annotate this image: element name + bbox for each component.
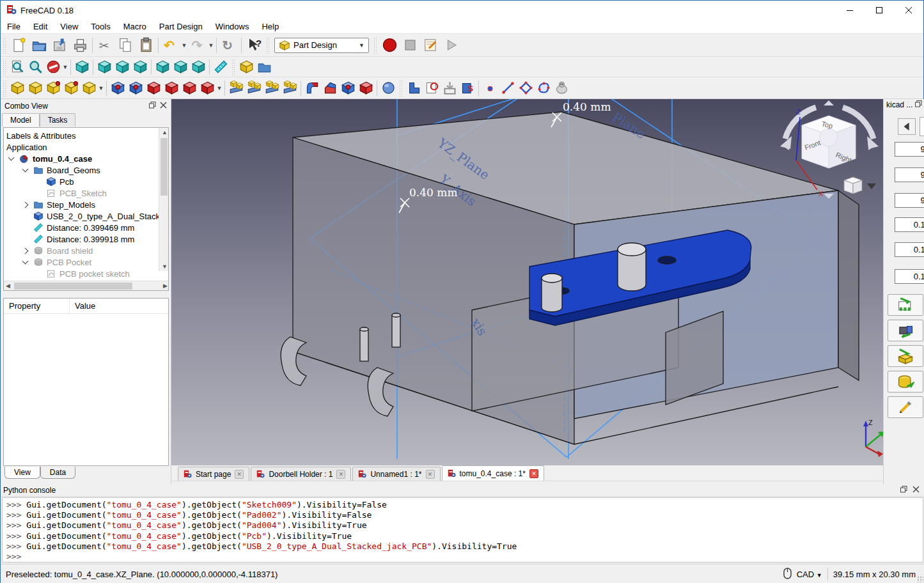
mouse-mode-selector[interactable]: CAD ▼ — [797, 570, 822, 579]
bottom-view-button[interactable] — [171, 58, 189, 76]
cut-button[interactable]: ✂ — [95, 35, 115, 56]
menu-part-design[interactable]: Part Design — [153, 20, 209, 33]
document-tab[interactable]: Doorbell Holder : 1✕ — [251, 467, 351, 481]
menu-file[interactable]: File — [1, 20, 27, 33]
leave-sketch-button[interactable] — [441, 79, 458, 97]
back-button[interactable] — [898, 118, 916, 135]
carbon-copy-button[interactable] — [552, 79, 570, 97]
left-view-button[interactable] — [189, 58, 207, 76]
dropdown-arrow-icon[interactable]: ▼ — [208, 42, 214, 49]
menu-edit[interactable]: Edit — [27, 20, 54, 33]
mirrored-button[interactable] — [227, 79, 245, 97]
print-button[interactable] — [70, 35, 90, 56]
new-document-button[interactable] — [8, 35, 29, 56]
paste-button[interactable] — [136, 35, 156, 56]
close-panel-icon[interactable] — [160, 102, 167, 111]
tree-item[interactable]: Pcb — [6, 176, 168, 187]
menu-help[interactable]: Help — [255, 20, 285, 33]
resize-grip[interactable] — [917, 576, 923, 582]
groove-button[interactable] — [145, 79, 162, 97]
validate-sketch-button[interactable]: S — [458, 79, 476, 97]
maximize-button[interactable] — [865, 1, 894, 20]
create-sketch-button[interactable] — [405, 79, 423, 97]
copy-button[interactable] — [115, 35, 136, 56]
value-spinbox[interactable]: 0.10 — [895, 242, 924, 257]
toolbar-grip[interactable] — [373, 37, 377, 54]
tree-item[interactable]: PCB pocket sketch — [6, 268, 168, 279]
toolbar-grip[interactable] — [231, 59, 235, 75]
tree-vertical-scrollbar[interactable]: ▲ ▼ — [159, 128, 168, 271]
create-body-button[interactable] — [237, 58, 255, 76]
tab-close-icon[interactable]: ✕ — [235, 470, 244, 479]
chamfer-button[interactable] — [321, 79, 339, 97]
python-console-input[interactable]: >>> Gui.getDocument("tomu_0_4_case").get… — [2, 497, 923, 563]
dropdown-arrow-icon[interactable]: ▼ — [98, 85, 104, 91]
additive-loft-button[interactable] — [44, 79, 62, 97]
menu-tools[interactable]: Tools — [84, 20, 116, 33]
tree-item[interactable]: Application — [6, 141, 168, 153]
tree-item[interactable]: Distance: 0.399918 mm — [6, 233, 168, 245]
measure-distance-button[interactable] — [212, 58, 230, 76]
close-button[interactable] — [894, 1, 923, 20]
menu-windows[interactable]: Windows — [209, 20, 256, 33]
combo-dropdown-icon[interactable]: ▼ — [359, 42, 364, 49]
float-panel-icon[interactable] — [900, 486, 907, 495]
right-view-button[interactable] — [131, 58, 149, 76]
toolbar-grip[interactable] — [399, 80, 403, 97]
additive-pipe-button[interactable] — [62, 79, 80, 97]
refresh-button[interactable]: ↻ — [219, 35, 239, 56]
load-3d-model-button[interactable] — [888, 320, 923, 341]
toolbar-grip[interactable] — [3, 59, 6, 75]
subtractive-pipe-button[interactable] — [180, 79, 198, 97]
tree-item[interactable]: USB_2_0_type_A_Dual_Stacked_jac — [6, 210, 168, 222]
tree-item[interactable]: PCB_Sketch — [6, 187, 168, 199]
edit-sketch-button[interactable] — [423, 79, 441, 97]
fillet-button[interactable] — [303, 79, 321, 97]
close-panel-icon[interactable] — [912, 486, 920, 495]
open-button[interactable] — [29, 35, 49, 56]
document-tab[interactable]: Start page✕ — [178, 467, 249, 481]
additive-primitive-button[interactable] — [80, 79, 98, 97]
fit-all-button[interactable] — [8, 58, 26, 76]
top-view-button[interactable] — [113, 58, 131, 76]
macro-play-button[interactable] — [441, 35, 461, 56]
expander-right-icon[interactable] — [22, 201, 29, 208]
multi-transform-button[interactable] — [281, 79, 299, 97]
boolean-operation-button[interactable] — [379, 79, 397, 97]
draw-style-button[interactable] — [44, 58, 62, 76]
expander-down-icon[interactable] — [22, 258, 29, 265]
tab-close-icon[interactable]: ✕ — [426, 470, 435, 479]
save-button[interactable] — [49, 35, 70, 56]
toolbar-grip[interactable] — [3, 80, 6, 97]
tab-view[interactable]: View — [4, 467, 40, 479]
float-panel-icon[interactable] — [149, 102, 156, 111]
create-point-button[interactable] — [481, 79, 499, 97]
create-group-button[interactable] — [255, 58, 273, 76]
linear-pattern-button[interactable] — [245, 79, 263, 97]
tab-data[interactable]: Data — [40, 467, 75, 479]
undo-button[interactable]: ↶ — [161, 35, 181, 56]
tab-close-icon[interactable]: ✕ — [529, 469, 538, 478]
push-pcb-button[interactable] — [888, 294, 923, 316]
value-spinbox[interactable]: 0.10 — [895, 217, 924, 232]
dropdown-arrow-icon[interactable]: ▼ — [62, 64, 68, 70]
front-view-button[interactable] — [95, 58, 113, 76]
minimize-button[interactable] — [835, 1, 865, 20]
pad-button[interactable] — [8, 79, 26, 97]
menu-view[interactable]: View — [54, 20, 84, 33]
menu-macro[interactable]: Macro — [117, 20, 153, 33]
macro-stop-button[interactable] — [400, 35, 420, 56]
create-line-button[interactable] — [499, 79, 517, 97]
export-step-button[interactable] — [888, 345, 923, 367]
tree-item[interactable]: Board shield — [6, 245, 168, 256]
rear-view-button[interactable] — [153, 58, 171, 76]
macro-edit-button[interactable] — [420, 35, 441, 56]
expander-down-icon[interactable] — [22, 166, 29, 173]
value-spinbox[interactable]: 90 — [895, 142, 924, 157]
tab-close-icon[interactable]: ✕ — [336, 470, 345, 479]
blank-button[interactable] — [920, 117, 924, 136]
tab-model[interactable]: Model — [2, 113, 40, 127]
toolbar-grip[interactable] — [3, 37, 6, 54]
tree-item[interactable]: tomu_0.4_case — [6, 153, 168, 164]
workbench-selector[interactable]: Part Design▼ — [274, 38, 369, 53]
